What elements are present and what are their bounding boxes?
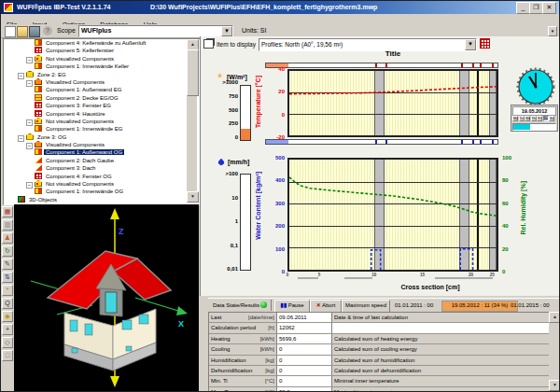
3d-tool-button[interactable]: ⇅ [2,272,13,283]
3d-tool-button[interactable]: * [2,285,13,296]
tree-item-label: Visualized Components [44,142,106,147]
results-table: Last calculation[date/time]09.06.2011 13… [208,312,551,392]
minimize-button[interactable]: _ [516,2,530,14]
row-value: 0 [277,356,332,365]
tree-item[interactable]: 3D-Objects [4,196,200,203]
component-icon-button[interactable] [480,38,490,49]
3d-tool-button[interactable]: ◇ [2,337,13,348]
day-button[interactable]: Su [549,116,554,121]
von-icon [35,78,42,85]
maximum-speed-button[interactable]: Maximum speed [342,300,390,313]
tree-item[interactable]: −Zone 3: OG [4,133,200,141]
tree-item[interactable]: Component 1: Innenwände Keller [4,63,200,70]
tree-expander-icon: − [26,143,33,149]
tree-item[interactable]: Component 1: Außenwand EG [4,86,200,93]
tree-item[interactable]: −Not visualized Components [4,118,200,125]
3d-tool-button[interactable]: ✎ [2,259,13,270]
day-button[interactable]: Th [531,116,537,121]
tree-item-label: 3D-Objects [27,197,59,203]
3d-tool-button[interactable]: Q [2,298,13,309]
tree-item[interactable]: Component 3: Dach [4,164,200,172]
von-icon [35,141,42,147]
3d-tool-button[interactable]: □ [2,350,13,361]
simulation-end-time: 01.01.2015 : 00 [511,302,550,308]
tree-item[interactable]: Component 3: Fenster EG [4,102,200,109]
table-row[interactable]: Heating[kWh]5699,6Calculated sum of heat… [209,334,550,344]
window-icon [35,102,42,108]
day-button[interactable]: Tu [519,116,525,121]
moisture-flux-bar [265,139,498,145]
scroll-down-icon[interactable]: ▼ [187,191,199,203]
day-button[interactable]: Mo [512,116,518,121]
tree-item[interactable]: Component 2: Decke EG/OG [4,94,200,102]
pause-button[interactable]: ▮▮ Pause [274,300,310,313]
day-button[interactable]: Fr [537,116,542,121]
tree-item-label: Component 2: Dach Gaube [44,158,116,163]
tree-scrollbar[interactable]: ▲ ▼ [187,39,197,203]
moisture-plot[interactable] [287,158,498,272]
close-button[interactable]: ✕ [542,2,556,14]
units-label: Units: SI [242,27,266,34]
tree-item-label: Component 4: Haustüre [44,111,107,117]
table-row[interactable]: Dehumidification[kg]0Calculated sum of d… [209,366,550,376]
app-icon [4,3,13,12]
window-icon [35,173,42,179]
wall-icon [35,188,42,194]
chevron-down-icon[interactable]: ▼ [221,26,232,36]
table-scrollbar[interactable]: ▲ ▼ [549,312,559,391]
tree-item[interactable]: −Visualized Components [4,141,200,148]
row-value: 09.06.2011 13:29:10 [277,313,332,322]
tree-item[interactable]: −Not visualized Components [4,55,200,63]
temperature-plot[interactable] [287,69,498,137]
window-icon [35,110,42,117]
help-icon[interactable]: ? [43,26,52,35]
voff-icon [35,55,42,62]
tree-item[interactable]: Component 4: Fenster OG [4,173,200,180]
table-row[interactable]: Min. Ti[°C]0Minimal inner temperature [209,376,550,386]
rain-scale-bar [240,174,251,271]
restore-button[interactable]: ❐ [529,2,543,14]
scroll-up-icon[interactable]: ▲ [549,312,560,323]
save-icon[interactable] [29,26,40,37]
3d-toolbar: ▦▥♟↻✎⇅*Q◆+◇□ [1,204,14,391]
layer-boundary-mark [385,63,387,67]
scroll-down-icon[interactable]: ▼ [549,380,560,391]
table-row[interactable]: Max. Ti[°C]30,2Maximal inner temperature [209,387,550,392]
current-date: 19.05.2012 [512,106,556,116]
table-row[interactable]: Cooling[kWh]0Calculated sum of cooling e… [209,344,550,355]
panel-restore-icon[interactable] [203,39,214,49]
wall-icon [35,63,42,69]
day-button[interactable]: We [525,116,530,121]
day-button[interactable]: Sa [543,116,549,121]
tree-item[interactable]: Component 4: Haustüre [4,110,200,118]
simulation-start-time: 01.01.2011 : 00 [395,302,433,308]
toolbar-overflow-button[interactable]: ▾ [548,26,557,36]
window-icon [35,47,42,53]
open-file-icon[interactable] [17,26,28,37]
tree-item[interactable]: Component 1: Innenwände OG [4,188,200,195]
scrollbar-thumb[interactable] [187,49,199,96]
3d-tool-button[interactable]: ◆ [2,311,13,322]
humidity-axis-label: Rel. Humidity [%] [520,181,526,235]
3d-view[interactable]: Z X [14,204,199,391]
tree-item[interactable]: Component 1: Außenwand OG [4,148,200,156]
tree-item[interactable]: Component 5: Kellerfenster [4,47,200,54]
3d-tool-button[interactable]: ▥ [2,219,13,231]
3d-tool-button[interactable]: ♟ [2,232,13,244]
tree-item[interactable]: Component 2: Dach Gaube [4,157,200,164]
row-label: Calculation period [211,323,256,332]
abort-button[interactable]: ✕ Abort [310,300,342,313]
3d-tool-button[interactable]: + [2,324,13,335]
3d-tool-button[interactable]: ▦ [2,206,13,217]
tree-item[interactable]: −Zone 2: EG [4,71,200,78]
tree-item[interactable]: Component 1: Innenwände EG [4,125,200,133]
3d-tool-button[interactable]: ↻ [2,245,13,257]
tree-item[interactable]: Component 4: Kellerwände zu Außenluft [4,39,200,47]
table-row[interactable]: Last calculation[date/time]09.06.2011 13… [209,313,550,323]
tree-item[interactable]: −Not visualized Components [4,180,200,188]
table-row[interactable]: Calculation period[h]12062 [209,323,550,333]
table-row[interactable]: Humidification[kg]0Calculated sum of hum… [209,356,550,366]
tree-item[interactable]: −Visualized Components [4,78,200,86]
row-unit: [kg] [265,366,274,375]
new-file-icon[interactable] [5,26,16,37]
